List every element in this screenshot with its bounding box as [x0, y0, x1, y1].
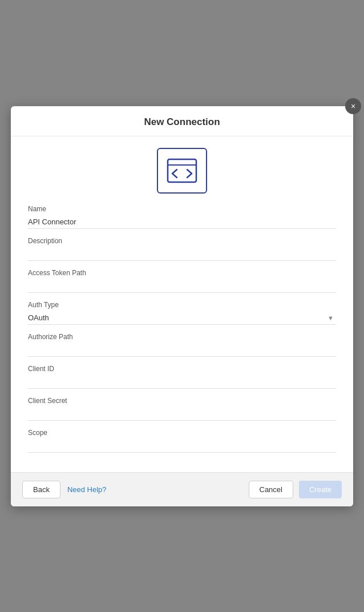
auth-type-field-group: Auth Type OAuth Basic API Key None ▼: [28, 301, 336, 325]
access-token-path-input[interactable]: [28, 279, 336, 293]
overlay: New Connection × Name Descri: [0, 0, 364, 612]
scope-label: Scope: [28, 429, 336, 437]
description-field-group: Description: [28, 237, 336, 261]
authorize-path-field-group: Authorize Path: [28, 333, 336, 357]
footer-right: Cancel Create: [249, 481, 342, 498]
api-connector-icon: [157, 148, 207, 194]
authorize-path-input[interactable]: [28, 343, 336, 357]
description-label: Description: [28, 237, 336, 245]
back-button[interactable]: Back: [22, 481, 60, 498]
modal-body: Name Description Access Token Path Auth …: [11, 136, 353, 472]
scope-field-group: Scope: [28, 429, 336, 453]
client-id-field-group: Client ID: [28, 365, 336, 389]
footer-left: Back Need Help?: [22, 481, 107, 498]
scope-input[interactable]: [28, 439, 336, 453]
need-help-link[interactable]: Need Help?: [67, 485, 107, 494]
name-label: Name: [28, 205, 336, 213]
name-field-group: Name: [28, 205, 336, 229]
svg-rect-0: [168, 159, 196, 182]
auth-type-label: Auth Type: [28, 301, 336, 309]
create-button[interactable]: Create: [299, 481, 342, 498]
access-token-path-field-group: Access Token Path: [28, 269, 336, 293]
name-input[interactable]: [28, 215, 336, 229]
icon-container: [28, 148, 336, 194]
access-token-path-label: Access Token Path: [28, 269, 336, 277]
auth-type-select-wrapper: OAuth Basic API Key None ▼: [28, 311, 336, 325]
client-secret-input[interactable]: [28, 407, 336, 421]
authorize-path-label: Authorize Path: [28, 333, 336, 341]
code-icon-svg: [167, 158, 197, 183]
description-input[interactable]: [28, 247, 336, 261]
client-id-input[interactable]: [28, 375, 336, 389]
auth-type-select[interactable]: OAuth Basic API Key None: [28, 311, 336, 325]
modal-title: New Connection: [144, 116, 220, 127]
client-secret-field-group: Client Secret: [28, 397, 336, 421]
close-button[interactable]: ×: [345, 98, 361, 114]
cancel-button[interactable]: Cancel: [249, 481, 293, 498]
modal-footer: Back Need Help? Cancel Create: [11, 472, 353, 506]
client-id-label: Client ID: [28, 365, 336, 373]
client-secret-label: Client Secret: [28, 397, 336, 405]
modal-dialog: New Connection × Name Descri: [11, 106, 353, 506]
modal-header: New Connection ×: [11, 106, 353, 136]
